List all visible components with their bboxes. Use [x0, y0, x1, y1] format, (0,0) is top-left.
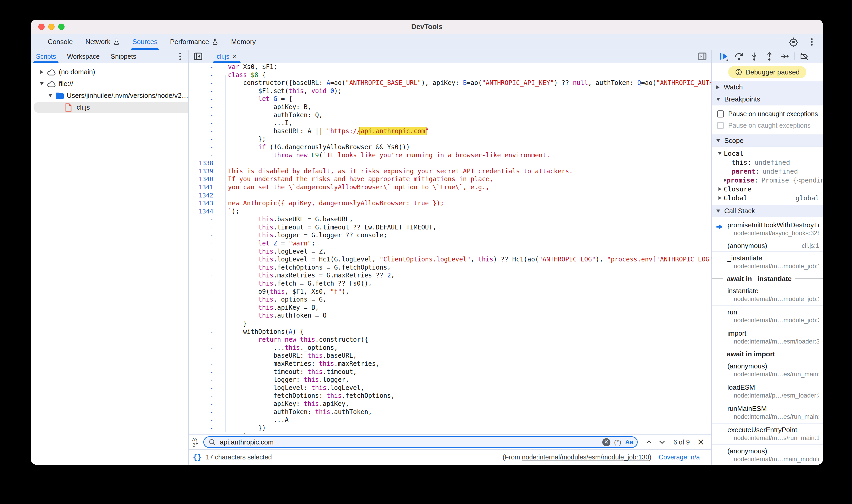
chevron-right-icon[interactable]: [724, 178, 727, 182]
tree-item--no-domain-[interactable]: (no domain): [31, 66, 188, 78]
toggle-debugger-panel-icon[interactable]: [697, 51, 708, 62]
chevron-right-icon[interactable]: [716, 196, 724, 200]
code-line[interactable]: 1340If you understand the risks and have…: [189, 175, 711, 183]
gutter-line-number[interactable]: 1339: [189, 167, 228, 176]
code-line[interactable]: - baseURL: A || "https://api.anthropic.c…: [189, 127, 711, 135]
pretty-print-icon[interactable]: {}: [193, 453, 202, 462]
match-case-toggle-icon[interactable]: Aa: [625, 438, 633, 446]
chevron-down-icon[interactable]: [37, 82, 46, 85]
resume-script-icon[interactable]: [718, 51, 729, 62]
gutter-line-number[interactable]: -: [189, 360, 228, 368]
gutter-line-number[interactable]: -: [189, 239, 228, 248]
tab-memory[interactable]: Memory: [225, 34, 262, 50]
gutter-line-number[interactable]: -: [189, 328, 228, 336]
gutter-line-number[interactable]: -: [189, 344, 228, 352]
gutter-line-number[interactable]: -: [189, 392, 228, 400]
code-line[interactable]: 1343new Anthropic({ apiKey, dangerouslyA…: [189, 199, 711, 208]
step-icon[interactable]: [779, 51, 790, 62]
gutter-line-number[interactable]: -: [189, 143, 228, 151]
section-watch[interactable]: Watch: [712, 81, 823, 93]
code-line[interactable]: - apiKey: B,: [189, 103, 711, 111]
code-line[interactable]: - baseURL: this.baseURL,: [189, 352, 711, 360]
code-line[interactable]: - fetchOptions: this.fetchOptions,: [189, 392, 711, 400]
callstack-frame[interactable]: runMainESMnode:internal/m…es/run_main:98: [712, 402, 823, 424]
code-line[interactable]: - }: [189, 320, 711, 328]
tab-sources[interactable]: Sources: [126, 34, 164, 50]
gutter-line-number[interactable]: -: [189, 111, 228, 119]
chevron-down-icon[interactable]: [716, 152, 724, 155]
gutter-line-number[interactable]: -: [189, 63, 228, 71]
coverage-link[interactable]: Coverage: n/a: [659, 453, 700, 461]
scope-group-closure[interactable]: Closure: [712, 185, 823, 194]
gutter-line-number[interactable]: -: [189, 103, 228, 111]
code-line[interactable]: - }): [189, 424, 711, 432]
gutter-line-number[interactable]: -: [189, 368, 228, 376]
gutter-line-number[interactable]: -: [189, 416, 228, 424]
gutter-line-number[interactable]: 1338: [189, 159, 228, 167]
callstack-frame[interactable]: instantiatenode:internal/m…module_job:10…: [712, 285, 823, 306]
file-tab-clijs[interactable]: cli.js ×: [213, 50, 241, 63]
code-line[interactable]: - return new this.constructor({: [189, 336, 711, 344]
code-line[interactable]: - logger: this.logger,: [189, 376, 711, 384]
code-line[interactable]: - ...A: [189, 416, 711, 424]
section-breakpoints[interactable]: Breakpoints: [712, 93, 823, 105]
gutter-line-number[interactable]: 1341: [189, 183, 228, 192]
chevron-right-icon[interactable]: [37, 70, 46, 74]
gutter-line-number[interactable]: 1342: [189, 192, 228, 200]
code-line[interactable]: - timeout: this.timeout,: [189, 368, 711, 376]
editor-debugger-divider[interactable]: [711, 50, 712, 465]
gutter-line-number[interactable]: -: [189, 127, 228, 135]
gutter-line-number[interactable]: -: [189, 87, 228, 95]
code-line[interactable]: - this.authToken = Q: [189, 311, 711, 320]
code-line[interactable]: - ...this._options,: [189, 344, 711, 352]
code-line[interactable]: - this.baseURL = G.baseURL,: [189, 215, 711, 223]
gutter-line-number[interactable]: -: [189, 223, 228, 232]
gutter-line-number[interactable]: -: [189, 151, 228, 159]
code-line[interactable]: - this.logLevel = Hc1(G.logLevel, "Clien…: [189, 255, 711, 264]
code-line[interactable]: - if (!G.dangerouslyAllowBrowser && Ys0(…: [189, 143, 711, 151]
gutter-line-number[interactable]: -: [189, 135, 228, 143]
gutter-line-number[interactable]: -: [189, 271, 228, 280]
code-line[interactable]: - let G = {: [189, 95, 711, 103]
checkbox[interactable]: [717, 110, 724, 118]
gutter-line-number[interactable]: -: [189, 215, 228, 223]
code-line[interactable]: 1344`);: [189, 208, 711, 216]
callstack-frame[interactable]: executeUserEntryPointnode:internal/m…s/r…: [712, 424, 823, 445]
gutter-line-number[interactable]: -: [189, 320, 228, 328]
search-input[interactable]: [219, 438, 602, 447]
gutter-line-number[interactable]: -: [189, 119, 228, 127]
navigator-tab-snippets[interactable]: Snippets: [111, 50, 136, 63]
gutter-line-number[interactable]: -: [189, 79, 228, 87]
code-line[interactable]: -var Xs0, $F1;: [189, 63, 711, 71]
gutter-line-number[interactable]: -: [189, 95, 228, 103]
chevron-right-icon[interactable]: [716, 187, 724, 191]
code-line[interactable]: 1338: [189, 159, 711, 167]
next-match-chevron-down-icon[interactable]: [657, 437, 668, 448]
gutter-line-number[interactable]: -: [189, 376, 228, 384]
code-line[interactable]: - this._options = G,: [189, 295, 711, 304]
tree-item-users-jinhuilee-nvm-versions-node-v2-[interactable]: Users/jinhuilee/.nvm/versions/node/v2…: [31, 90, 188, 102]
scope-var-promise[interactable]: promise:Promise {<pending>}: [712, 176, 823, 185]
code-line[interactable]: 1339This is disabled by default, as it r…: [189, 167, 711, 176]
code-line[interactable]: - this.maxRetries = G.maxRetries ?? 2,: [189, 271, 711, 280]
navigator-tab-workspace[interactable]: Workspace: [67, 50, 100, 63]
scope-var-this[interactable]: this:undefined: [712, 158, 823, 167]
gutter-line-number[interactable]: -: [189, 400, 228, 408]
code-line[interactable]: - $F1.set(this, void 0);: [189, 87, 711, 95]
callstack-frame[interactable]: promiseInitHookWithDestroyTr…node:intern…: [712, 219, 823, 240]
gutter-line-number[interactable]: -: [189, 352, 228, 360]
code-line[interactable]: - let Z = "warn";: [189, 239, 711, 248]
gutter-line-number[interactable]: -: [189, 295, 228, 304]
gutter-line-number[interactable]: -: [189, 280, 228, 288]
gutter-line-number[interactable]: -: [189, 248, 228, 256]
navigator-editor-divider[interactable]: [188, 50, 189, 465]
code-line[interactable]: - apiKey: this.apiKey,: [189, 400, 711, 408]
section-scope[interactable]: Scope: [712, 134, 823, 147]
code-line[interactable]: 1342: [189, 192, 711, 200]
source-origin-link[interactable]: node:internal/modules/esm/module_job:130: [522, 453, 649, 461]
navigator-tab-scripts[interactable]: Scripts: [36, 50, 56, 63]
tab-network[interactable]: Network: [79, 34, 126, 50]
tab-performance[interactable]: Performance: [164, 34, 225, 50]
code-line[interactable]: - };: [189, 135, 711, 143]
step-out-icon[interactable]: [764, 51, 775, 62]
